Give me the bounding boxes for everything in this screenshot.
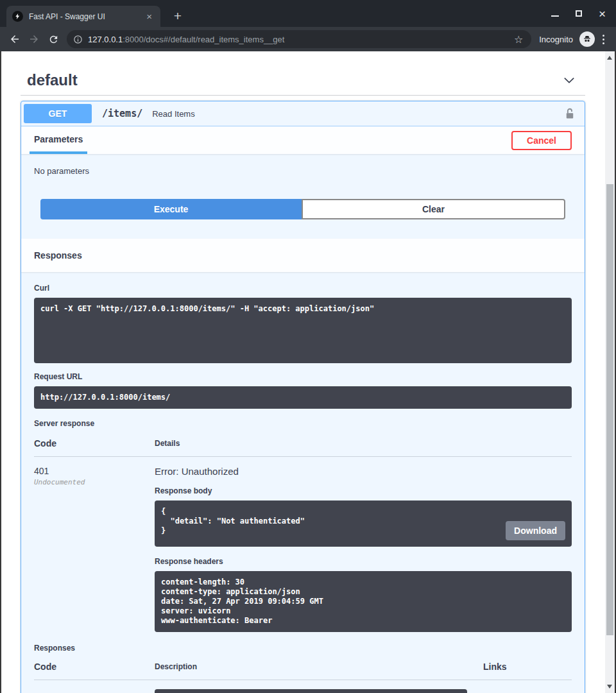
- status-code: 401: [34, 466, 155, 476]
- scroll-up-icon[interactable]: [607, 56, 612, 60]
- curl-command: curl -X GET "http://127.0.0.1:8000/items…: [34, 298, 572, 363]
- cancel-button[interactable]: Cancel: [511, 131, 572, 150]
- tab-close-icon[interactable]: ×: [144, 10, 155, 22]
- endpoint-summary: Read Items: [152, 109, 564, 119]
- responses-section-title: Responses: [21, 239, 585, 272]
- swagger-page: default GET /items/ Read Items Parameter…: [0, 51, 605, 693]
- col-description: Description: [155, 658, 483, 680]
- col-details: Details: [155, 434, 572, 457]
- table-row: 401 Undocumented Error: Unauthorized Res…: [34, 457, 572, 633]
- error-title: Error: Unauthorized: [155, 466, 572, 477]
- bookmark-star-icon[interactable]: ☆: [509, 33, 528, 46]
- responses-body: Curl curl -X GET "http://127.0.0.1:8000/…: [21, 272, 585, 693]
- maximize-icon[interactable]: [576, 10, 582, 17]
- api-section-header[interactable]: default: [21, 65, 585, 96]
- request-url-value: http://127.0.0.1:8000/items/: [34, 386, 572, 409]
- back-icon[interactable]: [5, 30, 24, 49]
- fastapi-favicon-icon: [12, 11, 23, 22]
- response-headers-label: Response headers: [155, 557, 572, 566]
- server-response-label: Server response: [34, 419, 572, 428]
- response-description: Successful Response: [155, 689, 467, 693]
- execute-button[interactable]: Execute: [40, 199, 302, 219]
- server-response-table: Code Details 401 Undocumented Error: Una…: [34, 434, 572, 632]
- window-close-icon[interactable]: ×: [599, 8, 606, 20]
- tab-parameters[interactable]: Parameters: [30, 126, 87, 154]
- url-text: 127.0.0.1:8000/docs#/default/read_items_…: [88, 35, 509, 44]
- response-body-block: { "detail": "Not authenticated" }Downloa…: [155, 501, 572, 547]
- response-links: No links: [483, 689, 572, 693]
- table-row: 200 Successful Response No links: [34, 680, 572, 693]
- col-links: Links: [483, 658, 572, 680]
- response-headers-block: content-length: 30 content-type: applica…: [155, 571, 572, 632]
- no-parameters-text: No parameters: [21, 154, 585, 199]
- site-info-icon[interactable]: [73, 35, 83, 44]
- execute-row: Execute Clear: [21, 199, 585, 239]
- response-body-json: { "detail": "Not authenticated" }: [161, 507, 305, 535]
- response-code: 200: [34, 689, 155, 693]
- incognito-icon: [579, 31, 595, 47]
- parameters-header: Parameters Cancel: [21, 126, 585, 154]
- scrollbar-thumb[interactable]: [606, 184, 613, 635]
- page-scrollbar[interactable]: [605, 51, 615, 693]
- documented-responses-label: Responses: [34, 644, 572, 653]
- browser-tab[interactable]: Fast API - Swagger UI ×: [6, 6, 160, 27]
- url-host: 127.0.0.1: [88, 35, 123, 44]
- browser-menu-icon[interactable]: [595, 35, 611, 44]
- status-note: Undocumented: [34, 478, 155, 486]
- tab-title: Fast API - Swagger UI: [29, 12, 144, 21]
- tab-bar: Fast API - Swagger UI × + ×: [0, 0, 616, 27]
- method-badge: GET: [24, 104, 92, 123]
- curl-label: Curl: [34, 284, 572, 293]
- opblock-get-items: GET /items/ Read Items Parameters Cancel…: [21, 101, 585, 693]
- scroll-down-icon[interactable]: [607, 685, 612, 689]
- response-body-label: Response body: [155, 486, 572, 495]
- clear-button[interactable]: Clear: [302, 199, 565, 219]
- new-tab-button[interactable]: +: [168, 6, 187, 26]
- section-title: default: [27, 71, 78, 89]
- download-button[interactable]: Download: [506, 521, 565, 540]
- auth-lock-icon[interactable]: [564, 107, 576, 121]
- forward-icon[interactable]: [24, 30, 44, 49]
- chevron-down-icon[interactable]: [562, 73, 576, 87]
- url-path: :8000/docs#/default/read_items_items__ge…: [123, 35, 284, 44]
- browser-chrome: Fast API - Swagger UI × + × 127.0.0.1:80…: [0, 0, 616, 51]
- endpoint-path: /items/: [102, 108, 142, 119]
- documented-responses-table: Code Description Links 200 Successful Re…: [34, 658, 572, 693]
- browser-toolbar: 127.0.0.1:8000/docs#/default/read_items_…: [0, 27, 616, 51]
- col-code: Code: [34, 434, 155, 457]
- opblock-summary[interactable]: GET /items/ Read Items: [21, 101, 585, 126]
- url-bar[interactable]: 127.0.0.1:8000/docs#/default/read_items_…: [67, 30, 531, 48]
- minimize-icon[interactable]: [551, 15, 559, 17]
- window-controls: ×: [551, 0, 611, 27]
- incognito-label: Incognito: [539, 35, 573, 44]
- request-url-label: Request URL: [34, 372, 572, 381]
- col-code: Code: [34, 658, 155, 680]
- reload-icon[interactable]: [44, 30, 63, 49]
